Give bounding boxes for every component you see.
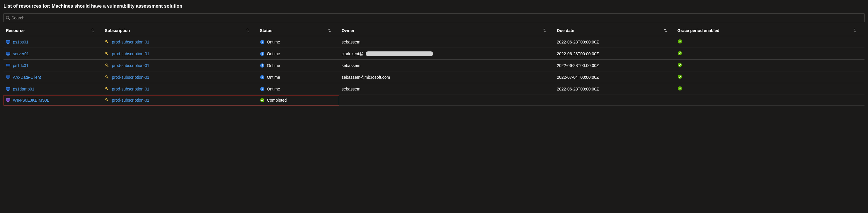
svg-point-67	[106, 99, 107, 100]
svg-rect-32	[106, 65, 108, 67]
resource-link[interactable]: ps1dpmp01	[13, 87, 34, 91]
resource-link[interactable]: ps1dc01	[13, 63, 28, 68]
svg-rect-5	[7, 44, 9, 44]
due-date-text: 2022-06-28T00:00:00Z	[557, 63, 599, 68]
col-header-owner[interactable]: Owner	[339, 25, 555, 36]
search-icon	[7, 16, 11, 20]
key-icon	[105, 39, 110, 44]
svg-point-31	[106, 64, 107, 64]
info-icon	[260, 39, 265, 44]
svg-rect-40	[7, 78, 9, 79]
table-row[interactable]: Arc-Data-Clientprod-subscription-01Ontim…	[3, 71, 865, 83]
due-date-text: 2022-06-28T00:00:00Z	[557, 39, 599, 44]
subscription-link[interactable]: prod-subscription-01	[112, 87, 150, 91]
svg-point-60	[262, 87, 262, 88]
svg-rect-23	[262, 53, 262, 55]
subscription-link[interactable]: prod-subscription-01	[112, 98, 150, 103]
svg-rect-63	[6, 99, 10, 101]
resource-link[interactable]: server01	[13, 51, 29, 56]
svg-point-7	[106, 41, 107, 41]
svg-rect-35	[262, 65, 262, 66]
sort-icon[interactable]	[663, 29, 668, 32]
svg-rect-3	[6, 41, 10, 43]
svg-point-19	[106, 52, 107, 53]
svg-rect-44	[106, 77, 108, 78]
resource-link[interactable]: ps1ps01	[13, 39, 28, 44]
search-bar[interactable]	[3, 14, 865, 22]
owner-text: sebassem	[342, 63, 361, 68]
status-text: Ontime	[267, 39, 280, 44]
table-row[interactable]: ps1ps01prod-subscription-01Ontimesebasse…	[3, 36, 865, 48]
svg-rect-69	[107, 101, 108, 101]
col-label: Status	[260, 28, 273, 33]
vm-icon	[6, 51, 10, 56]
svg-rect-62	[6, 99, 10, 101]
owner-text: sebassem@microsoft.com	[342, 75, 390, 80]
info-icon	[260, 51, 265, 56]
sort-icon[interactable]	[91, 29, 95, 32]
sort-icon[interactable]	[246, 29, 250, 32]
vm-icon	[6, 75, 10, 80]
sort-icon[interactable]	[328, 29, 332, 32]
resource-link[interactable]: Arc-Data-Client	[13, 75, 41, 80]
subscription-link[interactable]: prod-subscription-01	[112, 39, 150, 44]
page-title: List of resources for: Machines should h…	[3, 3, 865, 9]
col-header-status[interactable]: Status	[257, 25, 339, 36]
search-input[interactable]	[11, 16, 861, 20]
svg-rect-29	[7, 67, 9, 67]
vm-icon	[6, 87, 10, 91]
table-row[interactable]: ps1dc01prod-subscription-01Ontimesebasse…	[3, 60, 865, 71]
status-text: Completed	[267, 98, 287, 103]
col-label: Resource	[6, 28, 25, 33]
col-header-grace[interactable]: Grace period enabled	[675, 25, 865, 36]
svg-rect-20	[106, 53, 108, 55]
key-icon	[105, 51, 110, 56]
svg-rect-41	[7, 79, 9, 79]
table-row[interactable]: ps1dpmp01prod-subscription-01Ontimesebas…	[3, 83, 865, 95]
status-text: Ontime	[267, 51, 280, 56]
subscription-link[interactable]: prod-subscription-01	[112, 75, 150, 80]
col-header-resource[interactable]: Resource	[3, 25, 102, 36]
resources-table: Resource Subscription Status	[3, 25, 865, 106]
key-icon	[105, 87, 110, 91]
col-label: Owner	[342, 28, 354, 33]
subscription-link[interactable]: prod-subscription-01	[112, 63, 150, 68]
svg-point-43	[106, 76, 107, 76]
key-icon	[105, 75, 110, 80]
svg-rect-53	[7, 90, 9, 91]
due-date-text: 2022-07-04T00:00:00Z	[557, 75, 599, 80]
svg-rect-39	[6, 76, 10, 78]
sort-icon[interactable]	[853, 29, 857, 32]
owner-text: sebassem	[342, 87, 361, 91]
svg-rect-65	[7, 102, 9, 102]
svg-rect-52	[7, 90, 9, 90]
subscription-link[interactable]: prod-subscription-01	[112, 51, 150, 56]
check-icon	[678, 51, 682, 55]
table-row[interactable]: WIN-S0EJKBIMSJLprod-subscription-01Compl…	[3, 95, 865, 106]
svg-point-48	[262, 76, 262, 76]
svg-rect-27	[6, 64, 10, 66]
svg-rect-16	[7, 55, 9, 55]
due-date-text: 2022-06-28T00:00:00Z	[557, 87, 599, 91]
owner-text: clark.kent@	[342, 51, 363, 56]
table-row[interactable]: server01prod-subscription-01Ontimeclark.…	[3, 48, 865, 60]
key-icon	[105, 98, 110, 103]
check-icon	[678, 39, 682, 44]
svg-rect-4	[7, 43, 9, 44]
sort-icon[interactable]	[543, 29, 547, 32]
svg-rect-59	[262, 88, 262, 90]
info-icon	[260, 87, 265, 91]
col-label: Subscription	[105, 28, 130, 33]
due-date-text: 2022-06-28T00:00:00Z	[557, 51, 599, 56]
check-icon	[260, 98, 265, 103]
vm-icon	[6, 39, 10, 44]
owner-text: sebassem	[342, 39, 361, 44]
svg-rect-56	[106, 88, 108, 90]
resource-link[interactable]: WIN-S0EJKBIMSJL	[13, 98, 49, 103]
info-icon	[260, 75, 265, 80]
col-header-duedate[interactable]: Due date	[554, 25, 675, 36]
svg-point-24	[262, 52, 262, 53]
status-text: Ontime	[267, 75, 280, 80]
vm-icon	[6, 63, 10, 68]
col-header-subscription[interactable]: Subscription	[102, 25, 257, 36]
